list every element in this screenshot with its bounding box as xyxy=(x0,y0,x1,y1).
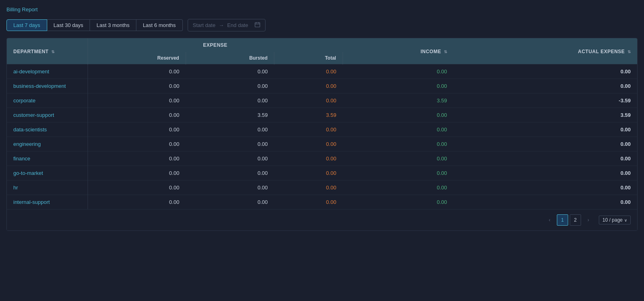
date-range-picker[interactable]: Start date → End date xyxy=(188,19,266,31)
income-cell: 0.00 xyxy=(343,195,453,210)
dept-cell[interactable]: go-to-market xyxy=(7,166,88,181)
table-row: internal-support 0.00 0.00 0.00 0.00 0.0… xyxy=(7,195,637,210)
chevron-left-icon: ‹ xyxy=(549,217,550,223)
dept-cell[interactable]: corporate xyxy=(7,93,88,108)
income-cell: 0.00 xyxy=(343,122,453,137)
actual-expense-cell: 0.00 xyxy=(454,137,637,152)
dept-cell[interactable]: data-scientists xyxy=(7,122,88,137)
reserved-cell: 0.00 xyxy=(88,195,186,210)
actual-expense-cell: 0.00 xyxy=(454,195,637,210)
total-cell: 0.00 xyxy=(274,93,343,108)
actual-expense-header[interactable]: ACTUAL EXPENSE ⇅ xyxy=(578,48,631,54)
per-page-label: 10 / page xyxy=(602,217,623,223)
table-row: data-scientists 0.00 0.00 0.00 0.00 0.00 xyxy=(7,122,637,137)
bursted-cell: 0.00 xyxy=(186,64,274,79)
bursted-cell: 3.59 xyxy=(186,108,274,122)
dept-cell[interactable]: ai-development xyxy=(7,64,88,79)
calendar-icon xyxy=(255,22,260,29)
table-row: customer-support 0.00 3.59 3.59 0.00 3.5… xyxy=(7,108,637,122)
btn-last3m[interactable]: Last 3 months xyxy=(90,19,136,31)
bursted-cell: 0.00 xyxy=(186,181,274,195)
income-header[interactable]: INCOME ⇅ xyxy=(420,48,447,54)
income-cell: 0.00 xyxy=(343,108,453,122)
dept-cell[interactable]: customer-support xyxy=(7,108,88,122)
income-cell: 0.00 xyxy=(343,137,453,152)
dept-header[interactable]: DEPARTMENT ⇅ xyxy=(13,48,54,54)
sort-income-icon: ⇅ xyxy=(444,50,447,54)
reserved-cell: 0.00 xyxy=(88,93,186,108)
bursted-cell: 0.00 xyxy=(186,137,274,152)
reserved-cell: 0.00 xyxy=(88,137,186,152)
total-col-header: Total xyxy=(325,55,336,61)
table-row: go-to-market 0.00 0.00 0.00 0.00 0.00 xyxy=(7,166,637,181)
income-cell: 0.00 xyxy=(343,181,453,195)
dept-cell[interactable]: engineering xyxy=(7,137,88,152)
reserved-col-header: Reserved xyxy=(157,55,179,61)
bursted-cell: 0.00 xyxy=(186,79,274,93)
total-cell: 0.00 xyxy=(274,152,343,166)
actual-expense-cell: 0.00 xyxy=(454,79,637,93)
reserved-cell: 0.00 xyxy=(88,122,186,137)
total-cell: 0.00 xyxy=(274,181,343,195)
reserved-cell: 0.00 xyxy=(88,79,186,93)
reserved-cell: 0.00 xyxy=(88,108,186,122)
actual-expense-cell: 0.00 xyxy=(454,181,637,195)
reserved-cell: 0.00 xyxy=(88,166,186,181)
actual-expense-cell: 0.00 xyxy=(454,64,637,79)
total-cell: 0.00 xyxy=(274,79,343,93)
income-cell: 0.00 xyxy=(343,166,453,181)
table-row: corporate 0.00 0.00 0.00 3.59 -3.59 xyxy=(7,93,637,108)
income-cell: 3.59 xyxy=(343,93,453,108)
sort-actual-icon: ⇅ xyxy=(627,50,631,54)
dept-cell[interactable]: business-development xyxy=(7,79,88,93)
total-cell: 0.00 xyxy=(274,195,343,210)
table-row: engineering 0.00 0.00 0.00 0.00 0.00 xyxy=(7,137,637,152)
sort-dept-icon: ⇅ xyxy=(51,50,54,54)
prev-page-btn[interactable]: ‹ xyxy=(544,214,555,226)
page-2-btn[interactable]: 2 xyxy=(570,214,581,226)
start-date-placeholder: Start date xyxy=(193,22,215,28)
income-cell: 0.00 xyxy=(343,64,453,79)
btn-last30[interactable]: Last 30 days xyxy=(47,19,90,31)
end-date-placeholder: End date xyxy=(227,22,248,28)
per-page-selector[interactable]: 10 / page ∨ xyxy=(599,216,631,224)
table-row: hr 0.00 0.00 0.00 0.00 0.00 xyxy=(7,181,637,195)
bursted-cell: 0.00 xyxy=(186,166,274,181)
header-top-row: DEPARTMENT ⇅ EXPENSE INCOME ⇅ ACTUAL EXP… xyxy=(7,38,637,52)
dept-cell[interactable]: hr xyxy=(7,181,88,195)
chevron-down-icon: ∨ xyxy=(624,218,627,222)
svg-rect-0 xyxy=(255,23,260,27)
reserved-cell: 0.00 xyxy=(88,152,186,166)
table-container: DEPARTMENT ⇅ EXPENSE INCOME ⇅ ACTUAL EXP… xyxy=(6,38,638,231)
filter-bar: Last 7 days Last 30 days Last 3 months L… xyxy=(6,19,638,31)
reserved-cell: 0.00 xyxy=(88,64,186,79)
chevron-right-icon: › xyxy=(588,217,589,223)
pagination: ‹ 1 2 › 10 / page ∨ xyxy=(7,209,637,230)
income-cell: 0.00 xyxy=(343,152,453,166)
reserved-cell: 0.00 xyxy=(88,181,186,195)
actual-expense-cell: -3.59 xyxy=(454,93,637,108)
table-row: ai-development 0.00 0.00 0.00 0.00 0.00 xyxy=(7,64,637,79)
btn-last7[interactable]: Last 7 days xyxy=(6,19,47,31)
table-row: finance 0.00 0.00 0.00 0.00 0.00 xyxy=(7,152,637,166)
page-1-btn[interactable]: 1 xyxy=(557,214,568,226)
dept-cell[interactable]: finance xyxy=(7,152,88,166)
total-cell: 0.00 xyxy=(274,166,343,181)
bursted-col-header: Bursted xyxy=(249,55,268,61)
income-cell: 0.00 xyxy=(343,79,453,93)
total-cell: 0.00 xyxy=(274,64,343,79)
date-arrow: → xyxy=(219,22,224,28)
total-cell: 0.00 xyxy=(274,122,343,137)
bursted-cell: 0.00 xyxy=(186,122,274,137)
actual-expense-cell: 0.00 xyxy=(454,122,637,137)
next-page-btn[interactable]: › xyxy=(583,214,594,226)
page-title: Billing Report xyxy=(6,5,638,14)
total-cell: 0.00 xyxy=(274,137,343,152)
actual-expense-cell: 3.59 xyxy=(454,108,637,122)
expense-group-label: EXPENSE xyxy=(203,42,227,48)
dept-cell[interactable]: internal-support xyxy=(7,195,88,210)
btn-last6m[interactable]: Last 6 months xyxy=(136,19,183,31)
bursted-cell: 0.00 xyxy=(186,152,274,166)
table-row: business-development 0.00 0.00 0.00 0.00… xyxy=(7,79,637,93)
actual-expense-cell: 0.00 xyxy=(454,166,637,181)
